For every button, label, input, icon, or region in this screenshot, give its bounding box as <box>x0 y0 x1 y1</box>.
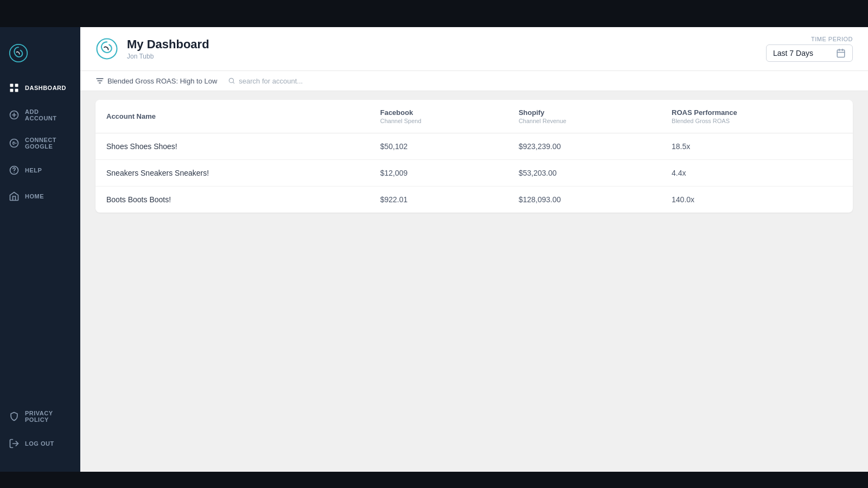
google-icon <box>9 138 20 149</box>
table-row[interactable]: Sneakers Sneakers Sneakers! $12,009 $53,… <box>95 160 853 187</box>
time-period-value: Last 7 Days <box>773 49 813 57</box>
table-row[interactable]: Shoes Shoes Shoes! $50,102 $923,239.00 1… <box>95 133 853 160</box>
header-logo-icon <box>95 37 118 60</box>
cell-roas: 140.0x <box>661 187 853 213</box>
sidebar-logo <box>0 38 80 76</box>
cell-shopify-revenue: $923,239.00 <box>508 133 661 160</box>
table-header: Account Name Facebook Channel Spend Shop… <box>95 100 853 133</box>
header-title-block: My Dashboard Jon Tubb <box>127 37 209 60</box>
header-right: Time Period Last 7 Days <box>766 36 853 62</box>
svg-rect-11 <box>837 50 845 57</box>
sidebar-item-home[interactable]: HOME <box>0 184 80 208</box>
col-facebook: Facebook Channel Spend <box>369 100 508 133</box>
sort-filter[interactable]: Blended Gross ROAS: High to Low <box>95 76 217 85</box>
cell-shopify-revenue: $53,203.00 <box>508 160 661 187</box>
accounts-table: Account Name Facebook Channel Spend Shop… <box>95 100 853 213</box>
grid-icon <box>9 82 20 93</box>
sidebar-nav: DASHBOARD ADD ACCOUNT CONNECT GOOGLE <box>0 76 80 403</box>
cell-account-name: Boots Boots Boots! <box>95 187 369 213</box>
logo-icon <box>9 43 28 63</box>
sidebar-bottom: PRIVACY POLICY LOG OUT <box>0 403 80 461</box>
home-icon <box>9 191 20 202</box>
sidebar-item-help[interactable]: HELP <box>0 158 80 182</box>
col-account-name: Account Name <box>95 100 369 133</box>
sidebar-item-connect-google[interactable]: CONNECT GOOGLE <box>0 130 80 156</box>
sort-icon <box>95 76 104 85</box>
time-period-label: Time Period <box>811 36 853 42</box>
header-subtitle: Jon Tubb <box>127 53 209 60</box>
svg-rect-1 <box>10 84 14 87</box>
cell-roas: 18.5x <box>661 133 853 160</box>
search-input[interactable] <box>239 77 347 85</box>
cell-facebook-spend: $12,009 <box>369 160 508 187</box>
help-circle-icon <box>9 165 20 176</box>
bottom-bar <box>0 472 868 488</box>
cell-facebook-spend: $50,102 <box>369 133 508 160</box>
col-roas: ROAS Performance Blended Gross ROAS <box>661 100 853 133</box>
logout-icon <box>9 438 20 449</box>
search-container <box>228 77 347 85</box>
calendar-icon <box>836 48 846 58</box>
main-layout: DASHBOARD ADD ACCOUNT CONNECT GOOGLE <box>0 27 868 472</box>
shield-icon <box>9 411 20 422</box>
sidebar-item-privacy-policy[interactable]: PRIVACY POLICY <box>0 403 80 429</box>
cell-roas: 4.4x <box>661 160 853 187</box>
sidebar: DASHBOARD ADD ACCOUNT CONNECT GOOGLE <box>0 27 80 472</box>
cell-account-name: Sneakers Sneakers Sneakers! <box>95 160 369 187</box>
col-shopify: Shopify Channel Revenue <box>508 100 661 133</box>
accounts-table-container: Account Name Facebook Channel Spend Shop… <box>95 100 853 213</box>
sidebar-item-log-out[interactable]: LOG OUT <box>0 432 80 455</box>
svg-point-8 <box>14 172 15 173</box>
header: My Dashboard Jon Tubb Time Period Last 7… <box>80 27 868 71</box>
filter-bar: Blended Gross ROAS: High to Low <box>80 71 868 91</box>
header-left: My Dashboard Jon Tubb <box>95 37 209 60</box>
sidebar-item-dashboard[interactable]: DASHBOARD <box>0 76 80 100</box>
cell-facebook-spend: $922.01 <box>369 187 508 213</box>
cell-account-name: Shoes Shoes Shoes! <box>95 133 369 160</box>
table-row[interactable]: Boots Boots Boots! $922.01 $128,093.00 1… <box>95 187 853 213</box>
plus-circle-icon <box>9 110 20 120</box>
time-period-selector[interactable]: Last 7 Days <box>766 44 853 62</box>
svg-rect-3 <box>10 89 14 92</box>
svg-rect-2 <box>15 84 18 87</box>
table-body: Shoes Shoes Shoes! $50,102 $923,239.00 1… <box>95 133 853 213</box>
sidebar-item-add-account[interactable]: ADD ACCOUNT <box>0 102 80 128</box>
search-icon <box>228 77 235 85</box>
svg-rect-4 <box>15 89 18 92</box>
content-area: My Dashboard Jon Tubb Time Period Last 7… <box>80 27 868 472</box>
cell-shopify-revenue: $128,093.00 <box>508 187 661 213</box>
header-title: My Dashboard <box>127 37 209 52</box>
top-bar <box>0 0 868 27</box>
